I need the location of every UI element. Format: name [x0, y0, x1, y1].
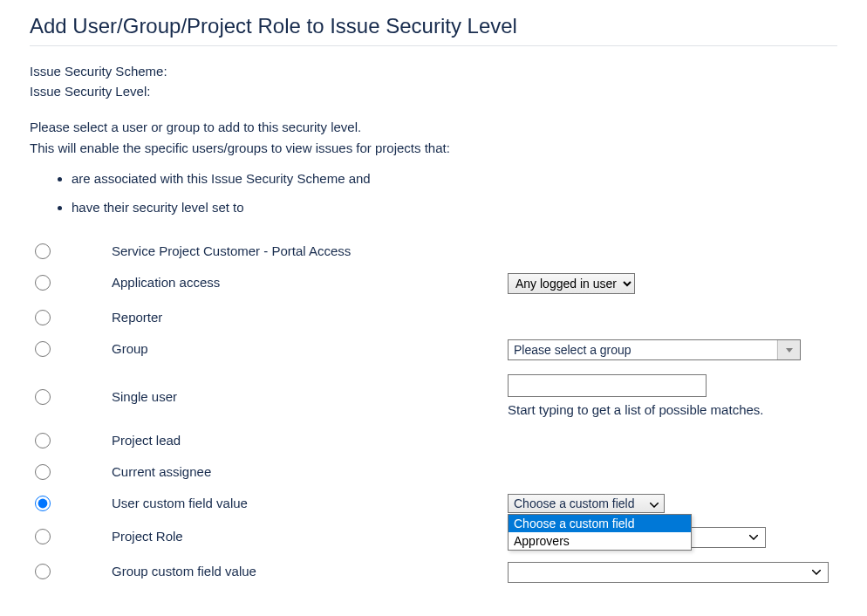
- select-group[interactable]: Please select a group: [508, 339, 801, 360]
- option-group: Group Please select a group: [30, 332, 837, 367]
- radio-portal-access[interactable]: [35, 243, 51, 259]
- dropdown-user-custom-field: Choose a custom field Approvers: [508, 514, 692, 551]
- label-application-access: Application access: [112, 273, 508, 290]
- label-single-user: Single user: [112, 387, 508, 404]
- label-group: Group: [112, 339, 508, 356]
- select-group-custom-field[interactable]: [508, 562, 829, 583]
- label-project-role: Project Role: [112, 527, 508, 544]
- conditions-list: are associated with this Issue Security …: [72, 169, 837, 217]
- radio-current-assignee[interactable]: [35, 464, 51, 480]
- option-reporter: Reporter: [30, 301, 837, 332]
- label-project-lead: Project lead: [112, 431, 508, 448]
- radio-group-custom-field[interactable]: [35, 564, 51, 579]
- dropdown-option[interactable]: Approvers: [509, 532, 691, 550]
- condition-item: have their security level set to: [72, 198, 837, 218]
- option-application-access: Application access Any logged in user: [30, 266, 837, 301]
- option-user-custom-field: User custom field value Choose a custom …: [30, 487, 837, 520]
- option-portal-access: Service Project Customer - Portal Access: [30, 235, 837, 266]
- radio-project-lead[interactable]: [35, 433, 51, 448]
- page-title: Add User/Group/Project Role to Issue Sec…: [30, 14, 837, 38]
- condition-item: are associated with this Issue Security …: [72, 169, 837, 189]
- input-single-user[interactable]: [508, 374, 707, 397]
- option-project-role: Project Role: [30, 520, 837, 555]
- select-user-custom-field-value: Choose a custom field: [514, 496, 635, 510]
- label-portal-access: Service Project Customer - Portal Access: [112, 242, 508, 258]
- chevron-down-icon[interactable]: [777, 340, 800, 359]
- label-user-custom-field: User custom field value: [112, 494, 508, 510]
- option-single-user: Single user Start typing to get a list o…: [30, 367, 837, 424]
- radio-application-access[interactable]: [35, 275, 51, 291]
- option-current-assignee: Current assignee: [30, 455, 837, 487]
- dropdown-option[interactable]: Choose a custom field: [509, 515, 691, 532]
- scheme-label: Issue Security Scheme:: [30, 62, 837, 82]
- radio-group[interactable]: [35, 341, 51, 357]
- radio-user-custom-field[interactable]: [35, 496, 51, 511]
- label-reporter: Reporter: [112, 308, 508, 325]
- level-label: Issue Security Level:: [30, 82, 837, 102]
- label-current-assignee: Current assignee: [112, 462, 508, 479]
- radio-project-role[interactable]: [35, 529, 51, 544]
- radio-single-user[interactable]: [35, 389, 51, 405]
- radio-reporter[interactable]: [35, 310, 51, 325]
- intro-line-2: This will enable the specific users/grou…: [30, 138, 837, 159]
- select-application-access[interactable]: Any logged in user: [508, 273, 635, 294]
- divider: [30, 45, 837, 46]
- hint-single-user: Start typing to get a list of possible m…: [508, 402, 837, 417]
- option-group-custom-field: Group custom field value: [30, 555, 837, 590]
- option-project-lead: Project lead: [30, 424, 837, 455]
- intro-line-1: Please select a user or group to add to …: [30, 117, 837, 138]
- select-group-value: Please select a group: [509, 340, 777, 359]
- chevron-down-icon: [650, 496, 659, 510]
- select-user-custom-field[interactable]: Choose a custom field: [508, 494, 665, 513]
- label-group-custom-field: Group custom field value: [112, 562, 508, 578]
